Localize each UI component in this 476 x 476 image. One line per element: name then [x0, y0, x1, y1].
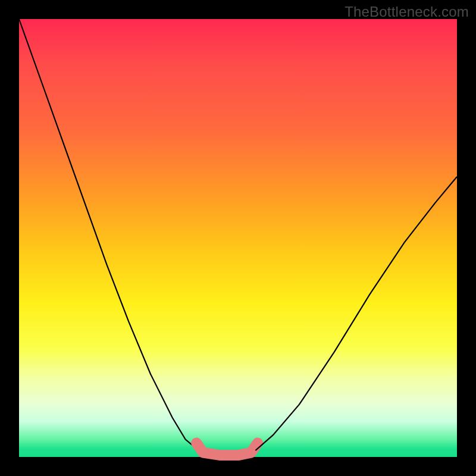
pink-bottom-path [196, 443, 258, 455]
chart-svg [19, 19, 457, 457]
plot-area [19, 19, 457, 457]
chart-frame: TheBottleneck.com [0, 0, 476, 476]
right-curve-path [255, 177, 457, 450]
watermark-text: TheBottleneck.com [345, 4, 469, 20]
left-curve-path [19, 19, 199, 450]
